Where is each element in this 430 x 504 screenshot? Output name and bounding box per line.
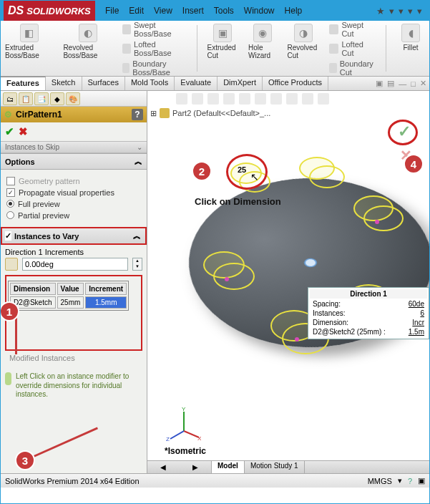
modifier-dot-2[interactable] [295, 337, 299, 341]
units-label[interactable]: MMGS [368, 477, 392, 485]
tab-sketch[interactable]: Sketch [46, 77, 82, 90]
ok-button[interactable]: ✔ [5, 125, 14, 138]
dimension-value[interactable]: Incr [404, 319, 426, 326]
status-dropdown-icon[interactable]: ▾ [398, 476, 402, 485]
display-mgr-icon[interactable]: 🎨 [66, 92, 80, 105]
dimension-text[interactable]: 25 [238, 165, 246, 174]
new-doc-icon[interactable]: ▾ [389, 6, 394, 16]
expand-icon[interactable]: ⊞ [150, 109, 157, 118]
swept-boss-button[interactable]: Swept Boss/Base [122, 21, 187, 38]
display-style-icon[interactable] [255, 93, 266, 105]
instances-vary-checkbox[interactable]: ✓ [5, 231, 11, 241]
status-rebuild-icon[interactable]: ▣ [418, 476, 425, 485]
boundary-cut-button[interactable]: Boundary Cut [329, 59, 376, 77]
menu-help[interactable]: Help [285, 6, 303, 16]
full-preview-radio[interactable]: Full preview [6, 200, 141, 208]
view-settings-icon[interactable] [318, 93, 329, 105]
apply-scene-icon[interactable] [302, 93, 313, 105]
menu-tools[interactable]: Tools [214, 6, 234, 16]
cascade-icon[interactable]: ▤ [387, 79, 394, 88]
collapse-icon-2: ︽ [133, 231, 141, 241]
menu-window[interactable]: Window [244, 6, 275, 16]
view-orient-icon[interactable] [239, 93, 250, 105]
boundary-boss-button[interactable]: Boundary Boss/Base [122, 59, 187, 77]
modifier-dot-4[interactable] [375, 220, 379, 224]
angle-input[interactable] [22, 258, 128, 271]
feature-mgr-icon[interactable]: 🗂 [3, 92, 17, 105]
boundary-boss-icon [122, 63, 130, 73]
menu-file[interactable]: File [105, 6, 119, 16]
d2-value[interactable]: 1.5m [404, 328, 426, 336]
confirm-check-icon[interactable]: ✓ [398, 122, 411, 141]
instances-value[interactable]: 6 [404, 309, 426, 317]
tab-evaluate[interactable]: Evaluate [175, 77, 218, 90]
angle-spinner[interactable]: ▲▼ [132, 258, 142, 271]
section-view-icon[interactable] [223, 93, 235, 105]
edit-appearance-icon[interactable] [286, 93, 298, 105]
lofted-boss-button[interactable]: Lofted Boss/Base [122, 40, 187, 57]
save-icon[interactable]: ▾ [408, 6, 413, 16]
spacing-value[interactable]: 60de [404, 300, 426, 308]
tab-mold-tools[interactable]: Mold Tools [125, 77, 175, 90]
direction-increments: Direction 1 Increments ▲▼ DimensionValue… [1, 245, 147, 368]
revolved-cut-button[interactable]: ◑Revolved Cut [288, 24, 320, 73]
property-mgr-icon[interactable]: 📋 [19, 92, 33, 105]
minimize-icon[interactable]: — [399, 79, 406, 88]
cancel-button[interactable]: ✖ [19, 125, 28, 138]
cell-increment[interactable]: 1.5mm [85, 296, 127, 309]
dimxpert-mgr-icon[interactable]: ◆ [50, 92, 64, 105]
instances-to-skip-header[interactable]: Instances to Skip⌄ [1, 141, 147, 153]
dimension-label: Dimension: [311, 319, 402, 326]
menu-edit[interactable]: Edit [129, 6, 144, 16]
col-value: Value [57, 283, 84, 295]
command-ribbon: ◧Extruded Boss/Base ◐Revolved Boss/Base … [1, 21, 429, 77]
config-mgr-icon[interactable]: 📑 [34, 92, 49, 105]
zoom-fit-icon[interactable] [176, 93, 187, 105]
star-icon[interactable]: ★ [376, 6, 385, 16]
annotation-circle-2 [226, 154, 268, 190]
feature-tree-row[interactable]: ⊞ Part2 (Default<<Default>_... [150, 108, 270, 118]
tab-motion-study[interactable]: Motion Study 1 [245, 461, 305, 473]
next-tab-icon[interactable]: ▶ [192, 463, 198, 471]
partial-preview-radio[interactable]: Partial preview [6, 211, 141, 220]
hide-show-icon[interactable] [270, 93, 282, 105]
tab-surfaces[interactable]: Surfaces [82, 77, 125, 90]
direction-panel[interactable]: Direction 1 Spacing:60de Instances:6 Dim… [308, 287, 429, 339]
extruded-cut-button[interactable]: ▣Extruded Cut [207, 24, 238, 73]
maximize-icon[interactable]: □ [411, 79, 416, 88]
fillet-button[interactable]: ◖Fillet [396, 24, 425, 73]
instances-to-vary-header[interactable]: ✓Instances to Vary ︽ [1, 227, 147, 245]
click-dimension-label: Click on Dimension [195, 197, 281, 208]
tab-office-products[interactable]: Office Products [263, 77, 328, 90]
modifier-dot-1[interactable] [225, 277, 229, 281]
view-name: *Isometric [165, 446, 206, 456]
status-help-icon[interactable]: ? [408, 477, 412, 485]
close-icon[interactable]: ✕ [420, 79, 426, 88]
prev-tab-icon[interactable]: ◀ [160, 463, 166, 471]
lofted-cut-button[interactable]: Lofted Cut [329, 40, 376, 57]
menu-view[interactable]: View [154, 6, 172, 16]
print-icon[interactable]: ▾ [417, 6, 422, 16]
graphics-viewport[interactable]: ⊞ Part2 (Default<<Default>_... 2 Click o… [147, 91, 429, 473]
swept-cut-button[interactable]: Swept Cut [329, 21, 376, 38]
annotation-arrow-3 [31, 427, 98, 457]
tab-dimxpert[interactable]: DimXpert [218, 77, 263, 90]
circular-pattern-icon: ⚙ [4, 110, 12, 120]
propagate-visual-checkbox[interactable]: ✓Propagate visual properties [6, 188, 141, 197]
orientation-triad[interactable]: Y X Z [166, 406, 202, 442]
open-icon[interactable]: ▾ [399, 6, 404, 16]
extruded-boss-button[interactable]: ◧Extruded Boss/Base [5, 24, 53, 73]
tile-icon[interactable]: ▣ [376, 79, 383, 88]
revolved-boss-button[interactable]: ◐Revolved Boss/Base [63, 24, 112, 73]
prev-view-icon[interactable] [207, 93, 219, 105]
geometry-pattern-checkbox[interactable]: Geometry pattern [6, 177, 141, 185]
annotation-2: 2 [192, 161, 212, 181]
tab-model[interactable]: Model [212, 461, 245, 473]
hole-wizard-button[interactable]: ◉Hole Wizard [248, 24, 278, 73]
zoom-area-icon[interactable] [192, 93, 203, 105]
options-header[interactable]: Options︽ [1, 153, 147, 170]
menu-insert[interactable]: Insert [182, 6, 204, 16]
tab-features[interactable]: Features [1, 77, 46, 90]
help-button[interactable]: ? [132, 109, 143, 120]
table-row[interactable]: D2@Sketch25mm1.5mm [10, 296, 127, 309]
